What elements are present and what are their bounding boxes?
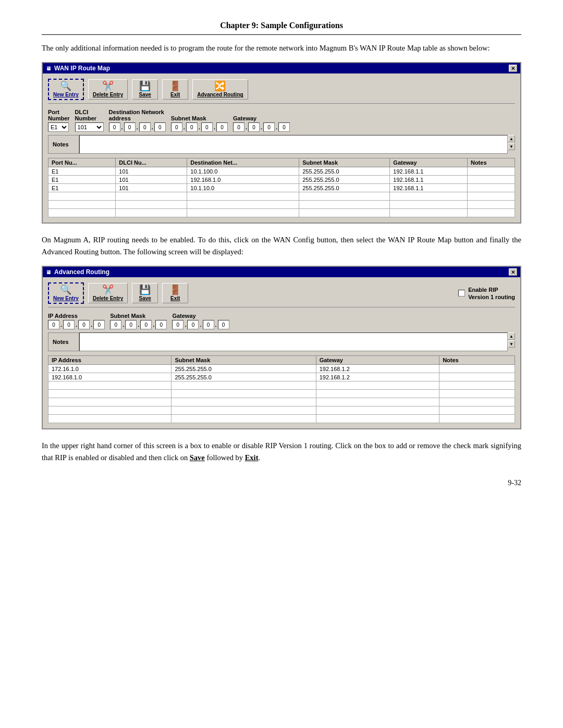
- wan-window-icon: 🖥: [46, 66, 51, 71]
- page-number: 9-32: [42, 479, 521, 487]
- table-row[interactable]: E110110.1.10.0255.255.255.0192.168.1.1: [48, 184, 515, 192]
- adv-new-entry-button[interactable]: 🔍 New Entry: [48, 282, 84, 304]
- wan-scroll-down[interactable]: ▼: [508, 143, 515, 150]
- adv-new-entry-label: New Entry: [53, 295, 79, 301]
- wan-form-row: PortNumber E1 DLCINumber 101 Destination…: [48, 109, 515, 132]
- adv-subnet-group: Subnet Mask . . .: [110, 313, 167, 329]
- advanced-close-button[interactable]: ✕: [509, 268, 517, 276]
- table-row[interactable]: [48, 398, 515, 406]
- wan-window-title: WAN IP Route Map: [54, 65, 110, 72]
- adv-ip-label: IP Address: [48, 313, 105, 319]
- adv-ip-oct3[interactable]: [78, 320, 90, 329]
- wan-dlci-select[interactable]: 101: [75, 122, 104, 132]
- wan-dest-oct3[interactable]: [139, 122, 151, 132]
- table-cell: 172.16.1.0: [48, 365, 172, 373]
- table-row[interactable]: 192.168.1.0255.255.255.0192.168.1.2: [48, 373, 515, 381]
- wan-col-gateway: Gateway: [390, 158, 468, 167]
- table-row[interactable]: [48, 390, 515, 398]
- adv-subnet-oct4[interactable]: [155, 320, 167, 329]
- delete-entry-icon: ✂️: [102, 81, 114, 91]
- table-cell: [467, 209, 515, 217]
- wan-dest-oct4[interactable]: [154, 122, 166, 132]
- adv-col-gateway: Gateway: [316, 356, 439, 365]
- advanced-routing-icon: 🔀: [214, 81, 226, 91]
- wan-port-select[interactable]: E1: [48, 122, 69, 132]
- wan-gw-oct1[interactable]: [233, 122, 244, 132]
- table-row[interactable]: [48, 209, 515, 217]
- wan-scroll-up[interactable]: ▲: [508, 135, 515, 142]
- adv-gw-oct1[interactable]: [172, 320, 183, 329]
- wan-notes-scrollbar: ▲ ▼: [508, 135, 515, 154]
- wan-close-button[interactable]: ✕: [509, 65, 517, 72]
- wan-new-entry-button[interactable]: 🔍 New Entry: [48, 79, 84, 100]
- adv-form-row: IP Address . . . Subnet Mask . .: [48, 313, 515, 329]
- adv-ip-group: IP Address . . .: [48, 313, 105, 329]
- table-row[interactable]: [48, 415, 515, 423]
- table-row[interactable]: [48, 406, 515, 415]
- wan-notes-input[interactable]: [79, 135, 508, 154]
- adv-new-entry-icon: 🔍: [60, 285, 71, 294]
- table-cell: [48, 406, 172, 415]
- wan-delete-entry-button[interactable]: ✂️ Delete Entry: [88, 79, 128, 100]
- wan-dest-oct2[interactable]: [124, 122, 136, 132]
- adv-delete-entry-button[interactable]: ✂️ Delete Entry: [88, 283, 128, 303]
- wan-titlebar: 🖥 WAN IP Route Map ✕: [43, 63, 520, 73]
- table-row[interactable]: [48, 381, 515, 390]
- wan-advanced-routing-label: Advanced Routing: [197, 92, 243, 97]
- adv-gw-oct4[interactable]: [218, 320, 229, 329]
- table-cell: [316, 415, 439, 423]
- wan-gateway-group: Gateway . . .: [233, 115, 290, 132]
- adv-gw-oct3[interactable]: [203, 320, 214, 329]
- wan-advanced-routing-button[interactable]: 🔀 Advanced Routing: [192, 79, 248, 100]
- table-cell: 255.255.255.0: [172, 373, 316, 381]
- exit-icon: 🚪: [169, 81, 181, 91]
- table-cell: [172, 415, 316, 423]
- table-row[interactable]: 172.16.1.0255.255.255.0192.168.1.2: [48, 365, 515, 373]
- closing-exit: Exit: [245, 453, 259, 462]
- wan-gw-oct2[interactable]: [248, 122, 260, 132]
- wan-dest-oct1[interactable]: [109, 122, 120, 132]
- wan-exit-button[interactable]: 🚪 Exit: [162, 79, 188, 100]
- wan-gw-oct4[interactable]: [278, 122, 290, 132]
- adv-ip-oct4[interactable]: [93, 320, 105, 329]
- advanced-toolbar-row: 🔍 New Entry ✂️ Delete Entry 💾 Save 🚪 Exi…: [48, 282, 515, 307]
- table-cell: [48, 192, 116, 201]
- rip-checkbox[interactable]: [458, 290, 465, 297]
- wan-gateway-field-row: . . .: [233, 122, 290, 132]
- table-cell: [316, 398, 439, 406]
- table-cell: 101: [116, 184, 187, 192]
- table-cell: [187, 201, 299, 209]
- table-cell: [299, 201, 390, 209]
- wan-subnet-oct3[interactable]: [201, 122, 213, 132]
- wan-subnet-oct1[interactable]: [171, 122, 182, 132]
- adv-save-button[interactable]: 💾 Save: [132, 283, 158, 303]
- adv-subnet-oct1[interactable]: [110, 320, 121, 329]
- table-row[interactable]: E1101192.168.1.0255.255.255.0192.168.1.1: [48, 176, 515, 184]
- adv-ip-oct2[interactable]: [63, 320, 75, 329]
- adv-notes-input[interactable]: [79, 332, 508, 351]
- adv-ip-oct1[interactable]: [48, 320, 59, 329]
- table-cell: [48, 390, 172, 398]
- table-cell: E1: [48, 167, 116, 176]
- wan-window-body: 🔍 New Entry ✂️ Delete Entry 💾 Save 🚪 Exi…: [43, 73, 520, 223]
- closing-paragraph: In the upper right hand corner of this s…: [42, 440, 521, 463]
- table-row[interactable]: E110110.1.100.0255.255.255.0192.168.1.1: [48, 167, 515, 176]
- adv-subnet-oct2[interactable]: [125, 320, 137, 329]
- wan-save-button[interactable]: 💾 Save: [132, 79, 158, 100]
- wan-gw-oct3[interactable]: [263, 122, 275, 132]
- title-divider: [42, 34, 521, 35]
- adv-scroll-down[interactable]: ▼: [508, 340, 515, 348]
- adv-exit-button[interactable]: 🚪 Exit: [162, 283, 188, 303]
- wan-subnet-oct2[interactable]: [186, 122, 198, 132]
- adv-notes-scrollbar: ▲ ▼: [508, 332, 515, 351]
- adv-gw-oct2[interactable]: [187, 320, 199, 329]
- wan-dlci-group: DLCINumber 101: [75, 109, 104, 132]
- table-row[interactable]: [48, 192, 515, 201]
- adv-subnet-oct3[interactable]: [140, 320, 152, 329]
- table-cell: 255.255.255.0: [172, 365, 316, 373]
- table-cell: [116, 201, 187, 209]
- wan-subnet-oct4[interactable]: [216, 122, 228, 132]
- table-row[interactable]: [48, 201, 515, 209]
- adv-scroll-up[interactable]: ▲: [508, 332, 515, 340]
- table-cell: [390, 192, 468, 201]
